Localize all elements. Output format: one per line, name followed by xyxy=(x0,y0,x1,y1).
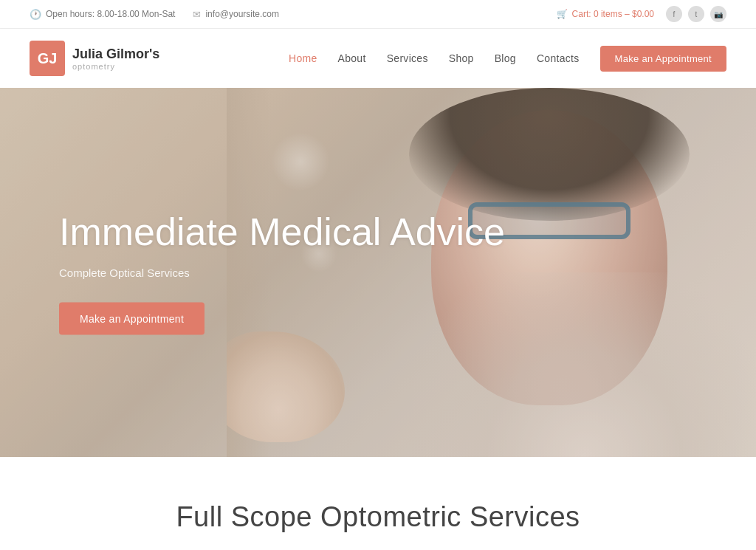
hours-info: 🕐 Open hours: 8.00-18.00 Mon-Sat xyxy=(30,9,175,20)
facebook-icon[interactable]: f xyxy=(666,6,682,22)
nav-home[interactable]: Home xyxy=(289,52,317,64)
email-icon: ✉ xyxy=(193,9,201,20)
email-text: info@yoursite.com xyxy=(205,9,279,19)
hours-text: Open hours: 8.00-18.00 Mon-Sat xyxy=(46,9,175,19)
instagram-icon[interactable]: 📷 xyxy=(710,6,726,22)
social-icons: f t 📷 xyxy=(666,6,726,22)
top-bar-right: 🛒 Cart: 0 items – $0.00 f t 📷 xyxy=(557,6,726,22)
email-info: ✉ info@yoursite.com xyxy=(193,9,279,20)
logo-text: Julia Gilmor's optometry xyxy=(72,47,159,71)
nav-blog[interactable]: Blog xyxy=(495,52,516,64)
hero-content: Immediate Medical Advice Complete Optica… xyxy=(59,210,505,335)
logo-icon: GJ xyxy=(30,41,65,76)
cart-icon: 🛒 xyxy=(557,9,568,19)
logo-name: Julia Gilmor's xyxy=(72,47,159,62)
nav-about[interactable]: About xyxy=(338,52,366,64)
site-header: GJ Julia Gilmor's optometry Home About S… xyxy=(0,29,756,88)
hero-section: Immediate Medical Advice Complete Optica… xyxy=(0,88,756,457)
cart-text: Cart: 0 items – $0.00 xyxy=(572,9,654,19)
twitter-icon[interactable]: t xyxy=(688,6,704,22)
nav-services[interactable]: Services xyxy=(387,52,428,64)
cart-info[interactable]: 🛒 Cart: 0 items – $0.00 xyxy=(557,9,654,19)
top-bar-left: 🕐 Open hours: 8.00-18.00 Mon-Sat ✉ info@… xyxy=(30,9,279,20)
clock-icon: 🕐 xyxy=(30,9,41,20)
nav-appointment-button[interactable]: Make an Appointment xyxy=(600,46,726,72)
logo[interactable]: GJ Julia Gilmor's optometry xyxy=(30,41,159,76)
hero-subtitle: Complete Optical Services xyxy=(59,266,505,278)
top-bar: 🕐 Open hours: 8.00-18.00 Mon-Sat ✉ info@… xyxy=(0,0,756,29)
logo-subtitle: optometry xyxy=(72,62,159,71)
services-section-header: Full Scope Optometric Services xyxy=(0,457,756,550)
nav-contacts[interactable]: Contacts xyxy=(537,52,580,64)
logo-initials: GJ xyxy=(38,50,58,67)
nav-shop[interactable]: Shop xyxy=(449,52,474,64)
main-nav: Home About Services Shop Blog Contacts M… xyxy=(289,46,726,72)
hero-cta-button[interactable]: Make an Appointment xyxy=(59,302,205,334)
services-section-title: Full Scope Optometric Services xyxy=(30,501,726,533)
hero-title: Immediate Medical Advice xyxy=(59,210,505,255)
